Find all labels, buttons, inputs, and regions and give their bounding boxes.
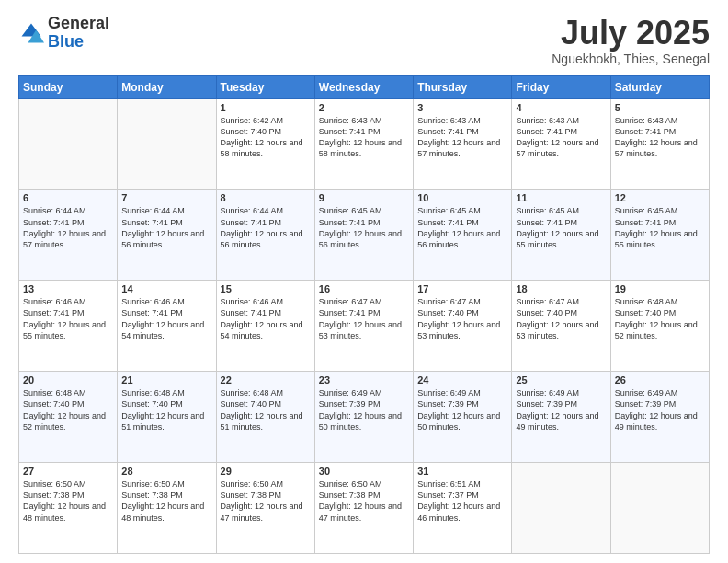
day-number: 10 xyxy=(417,192,507,203)
calendar-day-cell: 30Sunrise: 6:50 AM Sunset: 7:38 PM Dayli… xyxy=(314,463,413,554)
day-number: 12 xyxy=(615,192,705,203)
day-info: Sunrise: 6:48 AM Sunset: 7:40 PM Dayligh… xyxy=(23,387,113,432)
calendar-week-5: 27Sunrise: 6:50 AM Sunset: 7:38 PM Dayli… xyxy=(19,463,710,554)
day-info: Sunrise: 6:49 AM Sunset: 7:39 PM Dayligh… xyxy=(417,387,507,432)
calendar-header-friday: Friday xyxy=(512,75,610,98)
day-info: Sunrise: 6:46 AM Sunset: 7:41 PM Dayligh… xyxy=(121,296,211,341)
calendar-header-thursday: Thursday xyxy=(414,75,512,98)
day-number: 9 xyxy=(319,192,409,203)
calendar-table: SundayMondayTuesdayWednesdayThursdayFrid… xyxy=(18,75,710,554)
day-info: Sunrise: 6:51 AM Sunset: 7:37 PM Dayligh… xyxy=(417,478,507,523)
day-number: 15 xyxy=(221,283,311,294)
calendar-day-cell: 19Sunrise: 6:48 AM Sunset: 7:40 PM Dayli… xyxy=(610,281,709,372)
day-number: 16 xyxy=(319,283,409,294)
calendar-day-cell: 28Sunrise: 6:50 AM Sunset: 7:38 PM Dayli… xyxy=(118,463,216,554)
calendar-week-1: 1Sunrise: 6:42 AM Sunset: 7:40 PM Daylig… xyxy=(19,98,710,190)
day-info: Sunrise: 6:44 AM Sunset: 7:41 PM Dayligh… xyxy=(23,205,113,250)
day-number: 26 xyxy=(615,374,705,385)
calendar-week-3: 13Sunrise: 6:46 AM Sunset: 7:41 PM Dayli… xyxy=(19,281,710,372)
day-number: 6 xyxy=(23,192,113,203)
day-info: Sunrise: 6:47 AM Sunset: 7:41 PM Dayligh… xyxy=(319,296,409,341)
calendar-day-cell: 8Sunrise: 6:44 AM Sunset: 7:41 PM Daylig… xyxy=(216,190,314,281)
calendar-day-cell: 12Sunrise: 6:45 AM Sunset: 7:41 PM Dayli… xyxy=(610,190,709,281)
day-info: Sunrise: 6:43 AM Sunset: 7:41 PM Dayligh… xyxy=(615,115,705,160)
day-info: Sunrise: 6:47 AM Sunset: 7:40 PM Dayligh… xyxy=(417,296,507,341)
day-number: 3 xyxy=(417,102,507,113)
calendar-day-cell: 14Sunrise: 6:46 AM Sunset: 7:41 PM Dayli… xyxy=(118,281,216,372)
calendar-day-cell: 11Sunrise: 6:45 AM Sunset: 7:41 PM Dayli… xyxy=(512,190,610,281)
day-info: Sunrise: 6:45 AM Sunset: 7:41 PM Dayligh… xyxy=(319,205,409,250)
day-number: 22 xyxy=(221,374,311,385)
calendar-day-cell: 5Sunrise: 6:43 AM Sunset: 7:41 PM Daylig… xyxy=(610,98,709,190)
day-number: 17 xyxy=(417,283,507,294)
day-number: 24 xyxy=(417,374,507,385)
day-info: Sunrise: 6:47 AM Sunset: 7:40 PM Dayligh… xyxy=(516,296,606,341)
calendar-day-cell xyxy=(118,98,216,190)
calendar-week-4: 20Sunrise: 6:48 AM Sunset: 7:40 PM Dayli… xyxy=(19,372,710,463)
calendar-day-cell: 9Sunrise: 6:45 AM Sunset: 7:41 PM Daylig… xyxy=(314,190,413,281)
day-number: 19 xyxy=(615,283,705,294)
day-number: 13 xyxy=(23,283,113,294)
title-block: July 2025 Nguekhokh, Thies, Senegal xyxy=(552,15,710,66)
day-info: Sunrise: 6:45 AM Sunset: 7:41 PM Dayligh… xyxy=(516,205,606,250)
day-number: 23 xyxy=(319,374,409,385)
day-info: Sunrise: 6:45 AM Sunset: 7:41 PM Dayligh… xyxy=(615,205,705,250)
day-info: Sunrise: 6:50 AM Sunset: 7:38 PM Dayligh… xyxy=(23,478,113,523)
day-info: Sunrise: 6:49 AM Sunset: 7:39 PM Dayligh… xyxy=(319,387,409,432)
calendar-day-cell: 20Sunrise: 6:48 AM Sunset: 7:40 PM Dayli… xyxy=(19,372,118,463)
calendar-header-tuesday: Tuesday xyxy=(216,75,314,98)
calendar-day-cell: 16Sunrise: 6:47 AM Sunset: 7:41 PM Dayli… xyxy=(314,281,413,372)
day-info: Sunrise: 6:50 AM Sunset: 7:38 PM Dayligh… xyxy=(221,478,311,523)
calendar-header-sunday: Sunday xyxy=(19,75,118,98)
day-number: 14 xyxy=(121,283,211,294)
day-number: 2 xyxy=(319,102,409,113)
logo-general-text: General xyxy=(48,14,109,32)
calendar-day-cell: 26Sunrise: 6:49 AM Sunset: 7:39 PM Dayli… xyxy=(610,372,709,463)
calendar-day-cell: 13Sunrise: 6:46 AM Sunset: 7:41 PM Dayli… xyxy=(19,281,118,372)
day-number: 21 xyxy=(121,374,211,385)
day-info: Sunrise: 6:45 AM Sunset: 7:41 PM Dayligh… xyxy=(417,205,507,250)
calendar-day-cell: 2Sunrise: 6:43 AM Sunset: 7:41 PM Daylig… xyxy=(314,98,413,190)
day-info: Sunrise: 6:48 AM Sunset: 7:40 PM Dayligh… xyxy=(121,387,211,432)
day-info: Sunrise: 6:43 AM Sunset: 7:41 PM Dayligh… xyxy=(319,115,409,160)
day-info: Sunrise: 6:48 AM Sunset: 7:40 PM Dayligh… xyxy=(221,387,311,432)
calendar-day-cell: 27Sunrise: 6:50 AM Sunset: 7:38 PM Dayli… xyxy=(19,463,118,554)
day-number: 30 xyxy=(319,465,409,477)
calendar-day-cell: 24Sunrise: 6:49 AM Sunset: 7:39 PM Dayli… xyxy=(414,372,512,463)
day-info: Sunrise: 6:43 AM Sunset: 7:41 PM Dayligh… xyxy=(417,115,507,160)
day-info: Sunrise: 6:50 AM Sunset: 7:38 PM Dayligh… xyxy=(319,478,409,523)
day-number: 4 xyxy=(516,102,606,113)
day-info: Sunrise: 6:49 AM Sunset: 7:39 PM Dayligh… xyxy=(615,387,705,432)
calendar-day-cell xyxy=(512,463,610,554)
logo-blue-text: Blue xyxy=(48,32,84,51)
day-number: 11 xyxy=(516,192,606,203)
day-number: 28 xyxy=(121,465,211,477)
day-number: 7 xyxy=(121,192,211,203)
calendar-day-cell: 31Sunrise: 6:51 AM Sunset: 7:37 PM Dayli… xyxy=(414,463,512,554)
day-info: Sunrise: 6:46 AM Sunset: 7:41 PM Dayligh… xyxy=(23,296,113,341)
day-info: Sunrise: 6:44 AM Sunset: 7:41 PM Dayligh… xyxy=(221,205,311,250)
calendar-day-cell: 25Sunrise: 6:49 AM Sunset: 7:39 PM Dayli… xyxy=(512,372,610,463)
day-number: 20 xyxy=(23,374,113,385)
day-number: 27 xyxy=(23,465,113,477)
calendar-day-cell: 7Sunrise: 6:44 AM Sunset: 7:41 PM Daylig… xyxy=(118,190,216,281)
month-title: July 2025 xyxy=(552,15,710,52)
logo: General Blue xyxy=(18,15,109,52)
calendar-day-cell: 1Sunrise: 6:42 AM Sunset: 7:40 PM Daylig… xyxy=(216,98,314,190)
calendar-day-cell: 6Sunrise: 6:44 AM Sunset: 7:41 PM Daylig… xyxy=(19,190,118,281)
day-info: Sunrise: 6:49 AM Sunset: 7:39 PM Dayligh… xyxy=(516,387,606,432)
day-number: 8 xyxy=(221,192,311,203)
calendar-header-row: SundayMondayTuesdayWednesdayThursdayFrid… xyxy=(19,75,710,98)
day-number: 31 xyxy=(417,465,507,477)
day-number: 5 xyxy=(615,102,705,113)
day-number: 1 xyxy=(221,102,311,113)
calendar-day-cell: 23Sunrise: 6:49 AM Sunset: 7:39 PM Dayli… xyxy=(314,372,413,463)
calendar-header-monday: Monday xyxy=(118,75,216,98)
calendar-day-cell: 17Sunrise: 6:47 AM Sunset: 7:40 PM Dayli… xyxy=(414,281,512,372)
day-number: 18 xyxy=(516,283,606,294)
day-info: Sunrise: 6:50 AM Sunset: 7:38 PM Dayligh… xyxy=(121,478,211,523)
calendar-day-cell: 29Sunrise: 6:50 AM Sunset: 7:38 PM Dayli… xyxy=(216,463,314,554)
day-info: Sunrise: 6:42 AM Sunset: 7:40 PM Dayligh… xyxy=(221,115,311,160)
calendar-day-cell: 22Sunrise: 6:48 AM Sunset: 7:40 PM Dayli… xyxy=(216,372,314,463)
calendar-day-cell: 15Sunrise: 6:46 AM Sunset: 7:41 PM Dayli… xyxy=(216,281,314,372)
